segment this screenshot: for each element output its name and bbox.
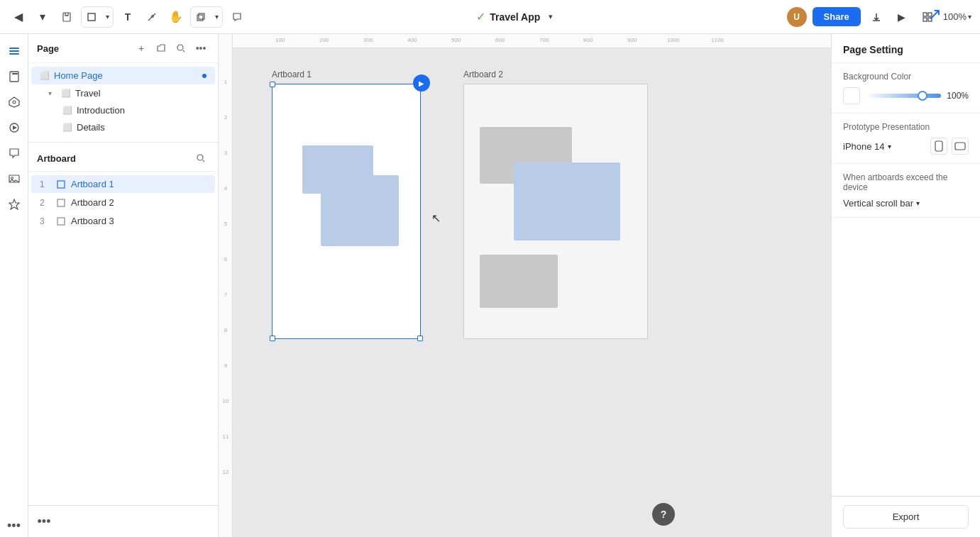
artboard1-play-button[interactable]: ▶ (413, 74, 430, 92)
svg-text:1100: 1100 (711, 37, 724, 43)
color-slider[interactable] (866, 94, 941, 98)
text-tool[interactable]: T (118, 7, 138, 27)
device-select[interactable]: iPhone 14 ▾ (843, 141, 891, 152)
play-button[interactable]: ▶ (892, 7, 912, 27)
page-setting-title: Page Setting (843, 44, 903, 55)
page-icon: ⬜ (40, 71, 50, 80)
dots-button[interactable]: ••• (34, 511, 54, 531)
artboard-label-2: Artboard 2 (71, 197, 207, 208)
svg-rect-3 (197, 15, 203, 21)
svg-marker-14 (9, 97, 19, 107)
handle-br[interactable] (417, 336, 423, 341)
project-dropdown[interactable]: ▾ (544, 7, 557, 27)
handle-bl[interactable] (270, 336, 275, 341)
main-area: ••• Page + ••• ⬜ Home Page (0, 34, 980, 537)
share-button[interactable]: Share (813, 7, 861, 26)
svg-text:3: 3 (224, 150, 228, 156)
artboard-list: 1 Artboard 1 2 Artboard 2 3 Artboard 3 (28, 172, 218, 233)
toolbar-left: ◀ ▾ ▾ T ✋ ▾ (9, 6, 247, 28)
svg-text:100: 100 (275, 37, 285, 43)
sidebar-icon-bar: ••• (0, 34, 28, 537)
artboard1-frame[interactable]: ▶ (272, 84, 421, 339)
scroll-select[interactable]: Vertical scroll bar ▾ (843, 198, 920, 209)
artboard2-header: Artboard 2 (463, 70, 648, 79)
export-button[interactable] (866, 7, 886, 27)
canvas-area[interactable]: 1 2 3 4 5 6 7 8 9 10 11 12 100 200 300 4… (219, 34, 831, 537)
back-button[interactable]: ◀ (9, 7, 28, 27)
artboard2-container: Artboard 2 (463, 70, 648, 339)
artboard-item-2[interactable]: 2 Artboard 2 (31, 194, 215, 211)
tree-item-travel[interactable]: ▾ ⬜ Travel (31, 85, 215, 101)
tree-subitem-details[interactable]: ⬜ Details (31, 119, 215, 135)
shape-tool[interactable] (191, 7, 211, 27)
artboard-icon-3 (57, 217, 65, 226)
svg-text:600: 600 (495, 37, 505, 43)
pages-panel-button[interactable] (3, 65, 26, 88)
toolbar: ◀ ▾ ▾ T ✋ ▾ ✓ Travel App ▾ U (0, 0, 980, 34)
layers-panel-button[interactable] (3, 40, 26, 62)
svg-text:800: 800 (583, 37, 593, 43)
artboard-search-bar: Artboard (28, 145, 218, 172)
svg-text:2: 2 (224, 114, 228, 121)
color-slider-track (866, 94, 941, 98)
color-swatch[interactable] (843, 87, 860, 104)
prototype-panel-button[interactable] (3, 116, 26, 139)
artboard-item-3[interactable]: 3 Artboard 3 (31, 212, 215, 230)
portrait-button[interactable] (930, 138, 947, 155)
page-item-homepage[interactable]: ⬜ Home Page (31, 67, 215, 84)
scroll-label: Vertical scroll bar (843, 198, 913, 209)
svg-text:700: 700 (539, 37, 549, 43)
components-panel-button[interactable] (3, 91, 26, 114)
svg-rect-49 (935, 141, 942, 151)
toolbar-center: ✓ Travel App ▾ (253, 7, 781, 27)
hand-tool[interactable]: ✋ (166, 7, 186, 27)
shape-dropdown[interactable]: ▾ (211, 7, 222, 27)
pen-tool[interactable] (142, 7, 162, 27)
svg-point-15 (13, 101, 16, 104)
svg-text:12: 12 (223, 469, 229, 475)
svg-marker-17 (13, 126, 17, 130)
artboard-item-1[interactable]: 1 Artboard 1 (31, 175, 215, 193)
artboard-num-3: 3 (40, 216, 51, 226)
zoom-indicator[interactable]: 100% ▾ (943, 11, 971, 22)
comment-tool[interactable] (227, 7, 247, 27)
tree-label-introduction: Introduction (77, 105, 125, 116)
svg-text:900: 900 (627, 37, 637, 43)
svg-text:1000: 1000 (667, 37, 680, 43)
search-pages-button[interactable] (172, 40, 189, 57)
landscape-button[interactable] (952, 138, 969, 155)
pages-more-button[interactable]: ••• (192, 40, 209, 57)
export-button-right[interactable]: Export (843, 505, 969, 528)
artboard-num-2: 2 (40, 198, 51, 208)
artboard-section: Artboard 1 Artboard 1 2 Artboard 2 3 (28, 145, 218, 505)
search-artboards-button[interactable] (192, 150, 209, 167)
prototype-section: Prototype Presentation iPhone 14 ▾ (832, 114, 980, 164)
bg-color-percent: 100% (947, 91, 969, 101)
help-button[interactable]: ? (652, 503, 675, 526)
zoom-level: 100% (943, 11, 967, 22)
color-slider-thumb[interactable] (918, 91, 927, 101)
pages-header-actions: + ••• (133, 40, 209, 57)
page-active-dot (202, 74, 207, 78)
bottom-dots: ••• (28, 505, 218, 537)
artboard-icon-2 (57, 199, 65, 207)
folder-button[interactable] (153, 40, 170, 57)
tree-subitem-introduction[interactable]: ⬜ Introduction (31, 102, 215, 118)
new-file-button[interactable] (57, 7, 77, 27)
frame-button[interactable] (82, 7, 101, 27)
more-options-button[interactable]: ••• (3, 514, 26, 537)
frame-dropdown[interactable]: ▾ (101, 7, 113, 27)
add-page-button[interactable]: + (133, 40, 150, 57)
media-panel-button[interactable] (3, 167, 26, 190)
comments-panel-button[interactable] (3, 142, 26, 165)
canvas-content[interactable]: Artboard 1 ▶ Artboard (233, 48, 831, 537)
svg-text:5: 5 (224, 221, 228, 227)
artboard2-frame[interactable] (463, 84, 648, 339)
tree-label-travel: Travel (75, 88, 101, 99)
history-dropdown[interactable]: ▾ (33, 7, 53, 27)
svg-text:8: 8 (224, 327, 228, 333)
frame-tool-group: ▾ (81, 6, 114, 28)
avatar: U (787, 7, 807, 27)
handle-tl[interactable] (270, 82, 275, 87)
plugins-panel-button[interactable] (3, 193, 26, 216)
